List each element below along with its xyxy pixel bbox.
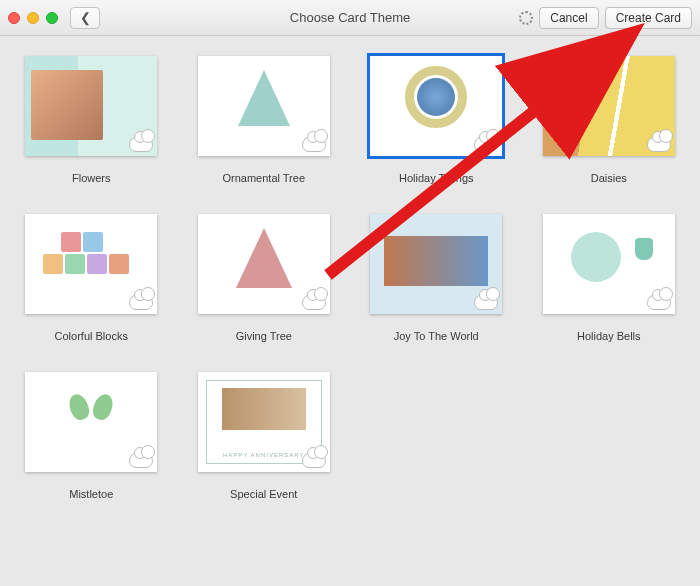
titlebar-right: Cancel Create Card <box>519 7 692 29</box>
window-title: Choose Card Theme <box>290 10 410 25</box>
theme-thumbnail[interactable] <box>25 372 157 472</box>
theme-colorful[interactable]: Colorful Blocks <box>16 214 167 342</box>
cloud-icon <box>302 452 326 468</box>
create-card-button[interactable]: Create Card <box>605 7 692 29</box>
theme-ornamental[interactable]: Ornamental Tree <box>189 56 340 184</box>
theme-label: Giving Tree <box>236 330 292 342</box>
theme-mistle[interactable]: Mistletoe <box>16 372 167 500</box>
chevron-left-icon: ❮ <box>80 10 91 25</box>
theme-thumbnail[interactable] <box>25 214 157 314</box>
window-controls <box>8 12 58 24</box>
loading-spinner-icon <box>519 11 533 25</box>
close-icon[interactable] <box>8 12 20 24</box>
content-area: FlowersOrnamental TreeHoliday TidingsDai… <box>0 36 700 586</box>
theme-holiday[interactable]: Holiday Tidings <box>361 56 512 184</box>
cloud-icon <box>129 294 153 310</box>
titlebar: ❮ Choose Card Theme Cancel Create Card <box>0 0 700 36</box>
theme-thumbnail[interactable] <box>198 56 330 156</box>
cancel-button[interactable]: Cancel <box>539 7 598 29</box>
theme-bells[interactable]: Holiday Bells <box>534 214 685 342</box>
cloud-icon <box>129 136 153 152</box>
theme-daisies[interactable]: Daisies <box>534 56 685 184</box>
cloud-icon <box>647 136 671 152</box>
cloud-icon <box>129 452 153 468</box>
cloud-icon <box>474 136 498 152</box>
theme-label: Holiday Tidings <box>399 172 474 184</box>
theme-label: Special Event <box>230 488 297 500</box>
theme-thumbnail[interactable] <box>543 214 675 314</box>
cloud-icon <box>647 294 671 310</box>
theme-joy[interactable]: Joy To The World <box>361 214 512 342</box>
theme-flowers[interactable]: Flowers <box>16 56 167 184</box>
theme-grid: FlowersOrnamental TreeHoliday TidingsDai… <box>16 56 684 500</box>
theme-thumbnail[interactable] <box>370 214 502 314</box>
theme-label: Flowers <box>72 172 111 184</box>
theme-giving[interactable]: Giving Tree <box>189 214 340 342</box>
zoom-icon[interactable] <box>46 12 58 24</box>
theme-label: Joy To The World <box>394 330 479 342</box>
theme-thumbnail[interactable] <box>370 56 502 156</box>
theme-label: Holiday Bells <box>577 330 641 342</box>
cloud-icon <box>302 294 326 310</box>
cloud-icon <box>302 136 326 152</box>
theme-thumbnail[interactable] <box>543 56 675 156</box>
cloud-icon <box>474 294 498 310</box>
theme-label: Mistletoe <box>69 488 113 500</box>
back-button[interactable]: ❮ <box>70 7 100 29</box>
theme-thumbnail[interactable]: HAPPY ANNIVERSARY <box>198 372 330 472</box>
theme-thumbnail[interactable] <box>198 214 330 314</box>
theme-label: Colorful Blocks <box>55 330 128 342</box>
minimize-icon[interactable] <box>27 12 39 24</box>
theme-label: Ornamental Tree <box>222 172 305 184</box>
theme-special[interactable]: HAPPY ANNIVERSARYSpecial Event <box>189 372 340 500</box>
theme-label: Daisies <box>591 172 627 184</box>
theme-thumbnail[interactable] <box>25 56 157 156</box>
